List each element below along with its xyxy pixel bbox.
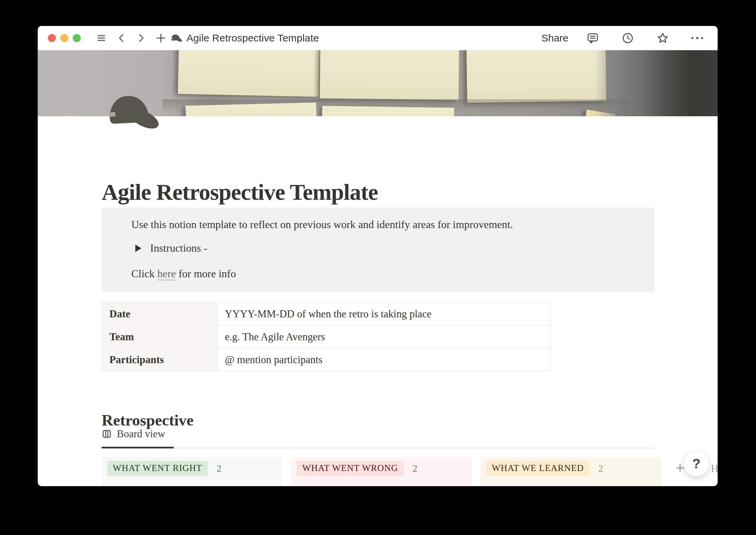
new-tab-icon[interactable] xyxy=(155,32,167,44)
group-count: 2 xyxy=(413,463,418,474)
group-pill[interactable]: WHAT WE LEARNED xyxy=(486,461,589,476)
forward-icon[interactable] xyxy=(136,33,146,43)
property-label-team[interactable]: Team xyxy=(102,325,217,348)
board-view-icon xyxy=(102,429,112,439)
table-row: Participants @ mention participants xyxy=(102,348,550,371)
traffic-lights xyxy=(48,34,81,42)
close-window-button[interactable] xyxy=(48,34,56,42)
callout-link-line: Click here for more info xyxy=(131,268,236,280)
sticky-note xyxy=(322,106,454,116)
comments-icon[interactable] xyxy=(586,32,599,44)
page-title: Agile Retrospective Template xyxy=(102,179,378,206)
active-tab-underline xyxy=(102,447,174,448)
sidebar-menu-icon[interactable] xyxy=(95,33,107,43)
tab-board-view[interactable]: Board view xyxy=(102,428,165,440)
instructions-toggle[interactable]: Instructions - xyxy=(135,242,207,254)
help-button[interactable]: ? xyxy=(684,451,709,476)
property-value-date[interactable]: YYYY-MM-DD of when the retro is taking p… xyxy=(217,303,550,325)
tab-label: Board view xyxy=(117,428,165,440)
group-count: 2 xyxy=(216,463,221,474)
sticky-note xyxy=(178,50,319,97)
group-count: 2 xyxy=(598,463,603,474)
minimize-window-button[interactable] xyxy=(60,34,68,42)
property-value-team[interactable]: e.g. The Agile Avengers xyxy=(217,325,550,348)
group-pill[interactable]: WHAT WENT RIGHT xyxy=(107,461,208,476)
more-options-icon[interactable] xyxy=(691,37,703,39)
breadcrumb-page-title: Agile Retrospective Template xyxy=(186,32,319,44)
partial-group-label: H xyxy=(711,463,718,475)
cover-dark-edge xyxy=(595,50,718,116)
link-prefix: Click xyxy=(131,268,157,280)
board-view: WHAT WENT RIGHT 2 WHAT WENT WRONG 2 WHAT… xyxy=(102,457,718,486)
property-label-participants[interactable]: Participants xyxy=(102,348,217,371)
section-heading: Retrospective xyxy=(102,411,194,429)
callout-block: Use this notion template to reflect on p… xyxy=(102,208,655,292)
sticky-note xyxy=(320,50,459,100)
share-button[interactable]: Share xyxy=(541,32,568,44)
window-titlebar: Agile Retrospective Template Share xyxy=(38,26,718,50)
toggle-label: Instructions - xyxy=(150,242,207,254)
property-label-date[interactable]: Date xyxy=(102,303,217,325)
group-pill[interactable]: WHAT WENT WRONG xyxy=(297,461,404,476)
callout-text: Use this notion template to reflect on p… xyxy=(131,218,513,231)
favorite-star-icon[interactable] xyxy=(656,32,669,44)
zoom-window-button[interactable] xyxy=(73,34,81,42)
history-clock-icon[interactable] xyxy=(621,32,634,44)
board-column-wrong: WHAT WENT WRONG 2 xyxy=(291,457,472,486)
link-suffix: for more info xyxy=(176,268,236,280)
sticky-note xyxy=(467,50,606,103)
titlebar-actions: Share xyxy=(541,32,708,44)
cap-notch xyxy=(109,112,115,117)
toggle-arrow-icon[interactable] xyxy=(135,245,141,252)
notion-window: Agile Retrospective Template Share xyxy=(38,26,718,486)
here-link[interactable]: here xyxy=(157,268,176,280)
table-row: Date YYYY-MM-DD of when the retro is tak… xyxy=(102,303,550,325)
properties-table: Date YYYY-MM-DD of when the retro is tak… xyxy=(102,302,550,371)
page-cap-icon[interactable] xyxy=(109,95,160,128)
add-group-button[interactable]: + xyxy=(676,460,685,475)
page-cap-icon-small xyxy=(171,34,182,42)
property-value-participants[interactable]: @ mention participants xyxy=(217,348,550,371)
back-icon[interactable] xyxy=(116,33,127,43)
board-column-learned: WHAT WE LEARNED 2 xyxy=(481,457,661,486)
table-row: Team e.g. The Agile Avengers xyxy=(102,325,550,348)
tabs-divider xyxy=(102,448,655,448)
board-column-right: WHAT WENT RIGHT 2 xyxy=(102,457,282,486)
